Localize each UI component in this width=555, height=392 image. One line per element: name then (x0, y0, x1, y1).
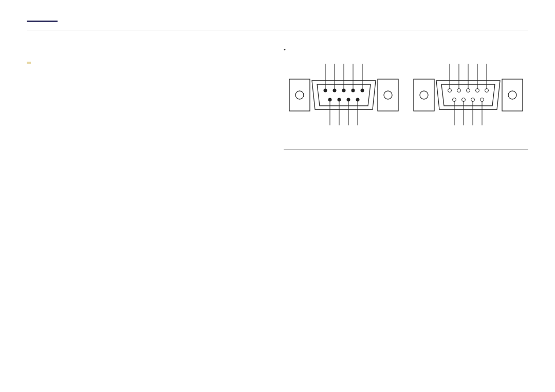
svg-point-28 (457, 89, 461, 92)
signal-head-sig (330, 141, 528, 150)
svg-point-6 (333, 89, 337, 92)
svg-point-4 (324, 89, 327, 92)
svg-point-12 (361, 89, 364, 92)
db9-plug-icon (287, 64, 400, 125)
svg-point-42 (480, 98, 484, 102)
section-label (27, 62, 31, 64)
svg-point-26 (448, 89, 452, 92)
svg-point-32 (476, 89, 479, 92)
svg-point-8 (342, 89, 346, 92)
svg-point-23 (420, 91, 428, 99)
svg-point-34 (485, 89, 489, 92)
db9-socket-icon (412, 64, 525, 125)
svg-point-25 (508, 91, 516, 99)
signal-table (284, 141, 528, 150)
svg-point-36 (453, 98, 456, 102)
accent-bar (27, 21, 58, 22)
svg-point-40 (471, 98, 475, 102)
bullet-pin-assignment (284, 46, 528, 52)
svg-point-18 (347, 98, 350, 102)
plug-diagram (284, 63, 404, 128)
connector-diagrams (284, 63, 528, 128)
top-rule (27, 30, 528, 30)
svg-point-20 (356, 98, 360, 102)
svg-point-3 (384, 91, 392, 99)
socket-diagram (408, 63, 528, 128)
left-column (27, 46, 279, 150)
svg-point-30 (467, 89, 470, 92)
content (27, 46, 528, 150)
svg-point-10 (351, 89, 355, 92)
signal-head-pin (284, 141, 330, 150)
svg-point-1 (295, 91, 304, 99)
svg-point-16 (338, 98, 341, 102)
svg-point-38 (462, 98, 466, 102)
svg-point-14 (328, 98, 332, 102)
right-column (279, 46, 528, 150)
